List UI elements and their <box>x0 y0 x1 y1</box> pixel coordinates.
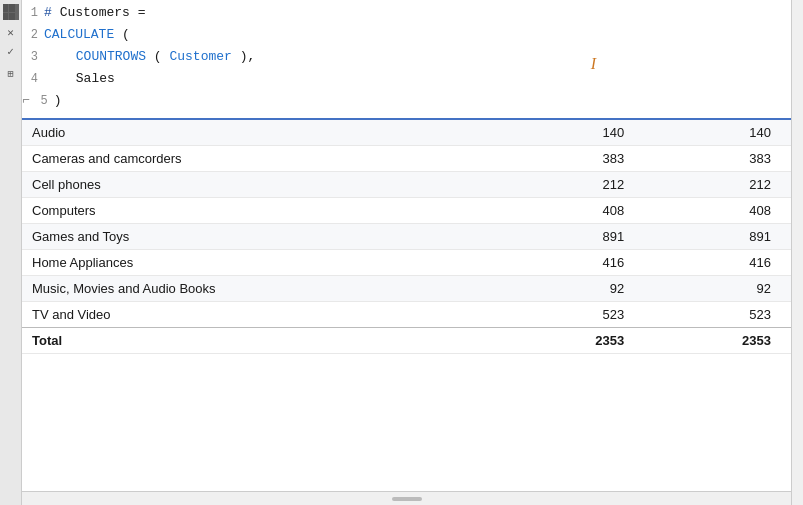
right-scrollbar[interactable] <box>791 0 803 505</box>
category-cell: Computers <box>22 198 494 224</box>
category-cell: Cameras and camcorders <box>22 146 494 172</box>
customers-label: Customers = <box>60 5 146 20</box>
customer-arg: Customer <box>169 49 231 64</box>
table-row: Cameras and camcorders 383 383 <box>22 146 791 172</box>
table-row: Music, Movies and Audio Books 92 92 <box>22 276 791 302</box>
code-line-5: ⌐ 5 ) <box>22 92 791 114</box>
code-line-1: 1 # Customers = <box>22 4 791 26</box>
line-number-4: 4 <box>22 72 44 86</box>
dax-formula-editor[interactable]: 1 # Customers = 2 CALCULATE ( 3 CO <box>22 0 791 120</box>
line-content-1: # Customers = <box>44 5 145 20</box>
val1-cell: 140 <box>494 120 654 146</box>
check-icon[interactable]: ✓ <box>7 45 14 58</box>
calculate-keyword: CALCULATE <box>44 27 114 42</box>
val2-cell: 523 <box>654 302 791 328</box>
category-cell: Home Appliances <box>22 250 494 276</box>
resize-handle[interactable] <box>392 497 422 501</box>
category-cell: Audio <box>22 120 494 146</box>
val1-cell: 383 <box>494 146 654 172</box>
code-line-3: 3 COUNTROWS ( Customer ), <box>22 48 791 70</box>
val2-cell: 92 <box>654 276 791 302</box>
table-row: Audio 140 140 <box>22 120 791 146</box>
table-row: TV and Video 523 523 <box>22 302 791 328</box>
total-val1: 2353 <box>494 328 654 354</box>
comment-hash: # <box>44 5 52 20</box>
x-icon[interactable]: ✕ <box>7 26 14 39</box>
val1-cell: 92 <box>494 276 654 302</box>
category-cell: TV and Video <box>22 302 494 328</box>
val2-cell: 408 <box>654 198 791 224</box>
val2-cell: 212 <box>654 172 791 198</box>
val2-cell: 891 <box>654 224 791 250</box>
bottom-bar <box>22 491 791 505</box>
table-row: Home Appliances 416 416 <box>22 250 791 276</box>
category-cell: Games and Toys <box>22 224 494 250</box>
countrows-keyword: COUNTROWS <box>76 49 146 64</box>
table-icon[interactable]: ⊞ <box>7 68 13 79</box>
countrows-close: ), <box>240 49 256 64</box>
data-table: Audio 140 140 Cameras and camcorders 383… <box>22 120 791 354</box>
open-paren-1: ( <box>122 27 130 42</box>
table-row: Games and Toys 891 891 <box>22 224 791 250</box>
code-line-2: 2 CALCULATE ( <box>22 26 791 48</box>
line-content-2: CALCULATE ( <box>44 27 130 42</box>
val2-cell: 416 <box>654 250 791 276</box>
val1-cell: 416 <box>494 250 654 276</box>
countrows-args: ( <box>154 49 170 64</box>
line-content-5: ) <box>54 93 62 108</box>
code-line-4: 4 Sales <box>22 70 791 92</box>
category-cell: Music, Movies and Audio Books <box>22 276 494 302</box>
sidebar: ✕ ✓ ⊞ <box>0 0 22 505</box>
total-val2: 2353 <box>654 328 791 354</box>
category-cell: Cell phones <box>22 172 494 198</box>
data-table-area[interactable]: Audio 140 140 Cameras and camcorders 383… <box>22 120 791 491</box>
main-panel: 1 # Customers = 2 CALCULATE ( 3 CO <box>22 0 791 505</box>
line-number-5: 5 <box>32 94 54 108</box>
val1-cell: 523 <box>494 302 654 328</box>
val1-cell: 212 <box>494 172 654 198</box>
val2-cell: 140 <box>654 120 791 146</box>
sales-arg: Sales <box>76 71 115 86</box>
total-label: Total <box>22 328 494 354</box>
val1-cell: 891 <box>494 224 654 250</box>
bracket-indicator: ⌐ <box>22 93 30 108</box>
line-number-1: 1 <box>22 6 44 20</box>
line-number-3: 3 <box>22 50 44 64</box>
val1-cell: 408 <box>494 198 654 224</box>
line-content-3: COUNTROWS ( Customer ), <box>44 49 255 64</box>
val2-cell: 383 <box>654 146 791 172</box>
code-editor: 1 # Customers = 2 CALCULATE ( 3 CO <box>22 0 791 120</box>
table-row: Computers 408 408 <box>22 198 791 224</box>
line-content-4: Sales <box>44 71 115 86</box>
total-row: Total 2353 2353 <box>22 328 791 354</box>
grid-icon[interactable] <box>3 4 19 20</box>
line-number-2: 2 <box>22 28 44 42</box>
table-row: Cell phones 212 212 <box>22 172 791 198</box>
